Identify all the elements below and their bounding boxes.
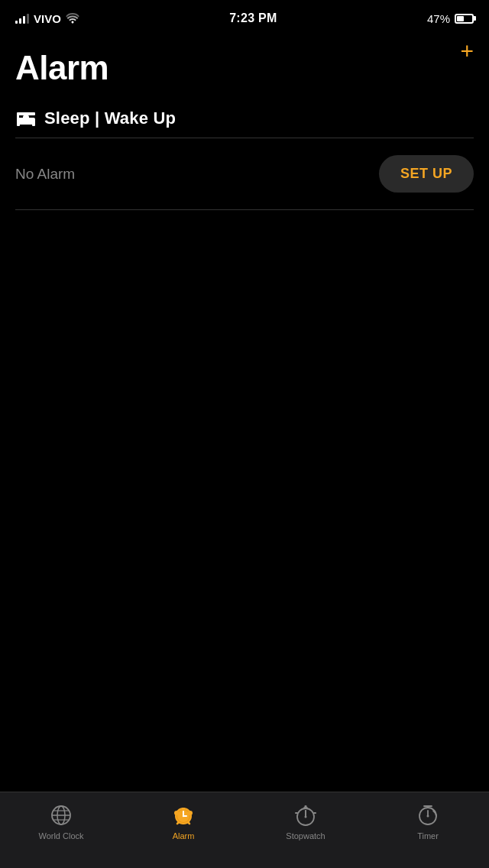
tab-timer[interactable]: Timer	[367, 800, 489, 840]
sleep-wake-header: Sleep | Wake Up	[15, 102, 474, 138]
svg-rect-5	[17, 112, 35, 115]
svg-rect-1	[17, 123, 20, 126]
wifi-icon	[66, 13, 79, 24]
stopwatch-label: Stopwatch	[286, 831, 325, 840]
status-left: VIVO	[15, 12, 79, 25]
svg-rect-28	[295, 812, 298, 814]
page-title: Alarm	[0, 34, 489, 102]
sleep-wake-label: Sleep | Wake Up	[44, 108, 176, 128]
svg-rect-27	[305, 805, 307, 808]
add-alarm-button[interactable]: +	[460, 40, 474, 63]
svg-rect-18	[182, 808, 185, 810]
carrier-label: VIVO	[34, 12, 61, 25]
world-clock-icon	[49, 803, 73, 828]
svg-point-35	[427, 815, 429, 818]
status-time: 7:23 PM	[229, 11, 277, 25]
alarm-icon	[171, 803, 196, 828]
status-right: 47%	[427, 12, 474, 25]
timer-label: Timer	[417, 831, 439, 840]
battery-icon	[455, 14, 474, 24]
svg-point-30	[305, 816, 307, 818]
svg-line-19	[177, 822, 179, 824]
svg-point-22	[188, 811, 193, 815]
timer-icon	[416, 803, 440, 828]
tab-bar: World Clock	[0, 792, 489, 868]
status-bar: VIVO 7:23 PM 47%	[0, 0, 489, 34]
svg-line-20	[188, 822, 189, 824]
setup-button[interactable]: SET UP	[379, 155, 474, 193]
tab-alarm[interactable]: Alarm	[122, 800, 244, 840]
svg-rect-4	[23, 115, 29, 120]
svg-point-17	[183, 815, 184, 817]
alarm-label: Alarm	[173, 831, 195, 840]
battery-percentage: 47%	[427, 12, 450, 25]
no-alarm-row: No Alarm SET UP	[15, 138, 474, 210]
bed-icon	[15, 110, 37, 127]
stopwatch-icon	[293, 803, 318, 828]
svg-rect-2	[32, 123, 35, 126]
svg-point-21	[174, 811, 179, 815]
svg-rect-29	[313, 812, 316, 814]
world-clock-label: World Clock	[38, 831, 83, 840]
no-alarm-text: No Alarm	[15, 166, 75, 183]
sleep-wake-section: Sleep | Wake Up No Alarm SET UP	[0, 102, 489, 210]
signal-bars-icon	[15, 13, 29, 24]
tab-stopwatch[interactable]: Stopwatch	[244, 800, 367, 840]
tab-world-clock[interactable]: World Clock	[0, 800, 122, 840]
